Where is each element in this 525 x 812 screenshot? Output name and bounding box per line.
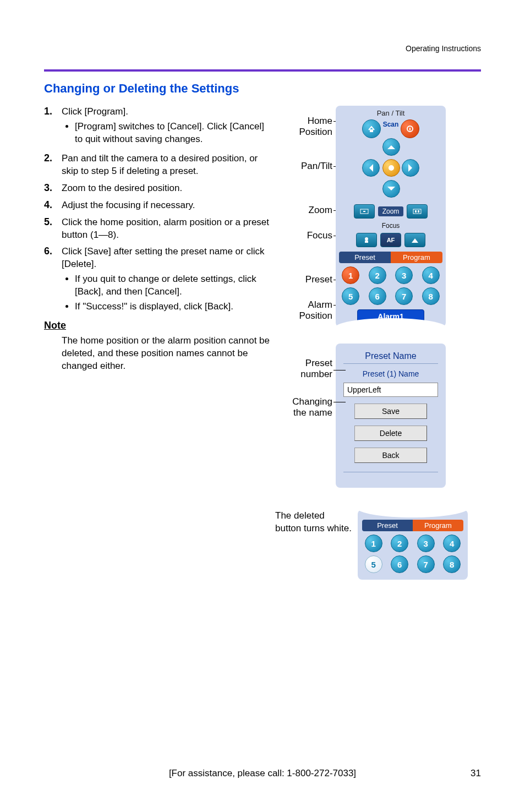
step-body: Click the home position, alarm position … bbox=[62, 216, 270, 242]
delete-button[interactable]: Delete bbox=[354, 426, 427, 441]
step-item: 2.Pan and tilt the camera to a desired p… bbox=[44, 152, 270, 178]
step-body: Zoom to the desired position. bbox=[62, 182, 182, 195]
save-button[interactable]: Save bbox=[354, 404, 427, 419]
note-body: The home position or the alarm position … bbox=[62, 335, 270, 373]
step-item: 1.Click [Program].[Program] switches to … bbox=[44, 106, 270, 148]
autofocus-button[interactable]: AF bbox=[380, 233, 401, 247]
step-sub-item: [Program] switches to [Cancel]. Click [C… bbox=[75, 121, 270, 146]
preset-button-1[interactable]: 1 bbox=[365, 535, 382, 552]
preset-button-6[interactable]: 6 bbox=[369, 287, 386, 305]
preset-tab[interactable]: Preset bbox=[339, 252, 391, 263]
callout-focus: Focus bbox=[307, 230, 332, 241]
preset-button-5[interactable]: 5 bbox=[365, 555, 382, 573]
section-title: Changing or Deleting the Settings bbox=[44, 81, 481, 96]
program-tab[interactable]: Program bbox=[413, 520, 463, 531]
focus-near-button[interactable] bbox=[356, 233, 377, 247]
zoom-label: Zoom bbox=[378, 206, 404, 216]
header-rule bbox=[44, 69, 481, 72]
note-heading: Note bbox=[44, 320, 270, 331]
svg-rect-7 bbox=[418, 210, 419, 212]
preset-button-8[interactable]: 8 bbox=[422, 287, 440, 305]
preset-button-7[interactable]: 7 bbox=[417, 555, 435, 573]
callout-zoom: Zoom bbox=[309, 205, 332, 216]
preset-button-3[interactable]: 3 bbox=[395, 266, 413, 284]
preset-grid-panel: Preset Program 12345678 bbox=[358, 510, 468, 580]
preset-button-4[interactable]: 4 bbox=[443, 535, 461, 552]
step-item: 6.Click [Save] after setting the preset … bbox=[44, 246, 270, 315]
panel-title: Pan / Tilt bbox=[339, 109, 442, 117]
callout-preset-number: Presetnumber bbox=[300, 358, 332, 379]
focus-far-button[interactable] bbox=[404, 233, 425, 247]
tilt-up-button[interactable] bbox=[382, 138, 400, 156]
zoom-out-button[interactable] bbox=[354, 204, 375, 219]
preset-button-2[interactable]: 2 bbox=[391, 535, 408, 552]
step-number: 3. bbox=[44, 182, 62, 195]
callout-home-position: HomePosition bbox=[299, 116, 332, 137]
svg-rect-6 bbox=[415, 210, 417, 212]
preset-number-label: Preset (1) Name bbox=[343, 369, 438, 378]
step-body: Adjust the focusing if necessary. bbox=[62, 199, 195, 212]
back-button[interactable]: Back bbox=[354, 448, 427, 463]
program-tab[interactable]: Program bbox=[391, 252, 442, 263]
step-number: 4. bbox=[44, 199, 62, 212]
preset-button-6[interactable]: 6 bbox=[391, 555, 408, 573]
step-body: Pan and tilt the camera to a desired pos… bbox=[62, 152, 270, 178]
pan-left-button[interactable] bbox=[362, 159, 380, 177]
step-item: 4.Adjust the focusing if necessary. bbox=[44, 199, 270, 212]
pantilt-panel: Pan / Tilt Scan bbox=[336, 106, 446, 327]
svg-point-8 bbox=[365, 237, 368, 241]
footer-assistance: [For assistance, please call: 1-800-272-… bbox=[0, 768, 525, 779]
step-number: 1. bbox=[44, 106, 62, 148]
callout-changing-name: Changingthe name bbox=[292, 396, 332, 418]
step-item: 5.Click the home position, alarm positio… bbox=[44, 216, 270, 242]
deleted-button-caption: The deleted button turns white. bbox=[275, 510, 352, 535]
preset-tab[interactable]: Preset bbox=[362, 520, 413, 531]
svg-marker-10 bbox=[412, 238, 418, 243]
svg-rect-4 bbox=[363, 211, 365, 212]
step-number: 6. bbox=[44, 246, 62, 315]
preset-button-4[interactable]: 4 bbox=[422, 266, 440, 284]
step-number: 2. bbox=[44, 152, 62, 178]
tilt-down-button[interactable] bbox=[382, 180, 400, 198]
scan-button[interactable] bbox=[401, 119, 419, 138]
preset-name-input[interactable] bbox=[343, 383, 438, 397]
svg-rect-5 bbox=[413, 209, 421, 214]
preset-button-5[interactable]: 5 bbox=[342, 287, 359, 305]
preset-button-7[interactable]: 7 bbox=[395, 287, 413, 305]
zoom-in-button[interactable] bbox=[407, 204, 428, 219]
step-sub-item: If you quit to change or delete settings… bbox=[75, 273, 270, 298]
preset-button-8[interactable]: 8 bbox=[443, 555, 461, 573]
home-position-button[interactable] bbox=[362, 119, 381, 138]
focus-section-label: Focus bbox=[339, 222, 442, 230]
preset-button-1[interactable]: 1 bbox=[342, 266, 359, 284]
pan-right-button[interactable] bbox=[402, 159, 419, 177]
step-sub-item: If "Success!" is displayed, click [Back]… bbox=[75, 301, 270, 313]
svg-rect-9 bbox=[365, 241, 368, 243]
page-number: 31 bbox=[471, 768, 481, 779]
callout-preset: Preset bbox=[305, 274, 332, 285]
step-number: 5. bbox=[44, 216, 62, 242]
header-doc-label: Operating Instructions bbox=[406, 44, 481, 53]
callout-pantilt: Pan/Tilt bbox=[301, 161, 332, 172]
callout-alarm-position: AlarmPosition bbox=[299, 299, 332, 321]
preset-button-2[interactable]: 2 bbox=[369, 266, 386, 284]
preset-name-panel: Preset Name Preset (1) Name Save Delete … bbox=[336, 344, 446, 488]
step-body: Click [Program].[Program] switches to [C… bbox=[62, 106, 270, 148]
preset-name-title: Preset Name bbox=[343, 351, 438, 361]
preset-button-3[interactable]: 3 bbox=[417, 535, 435, 552]
center-button[interactable] bbox=[382, 159, 400, 177]
step-body: Click [Save] after setting the preset na… bbox=[62, 246, 270, 315]
step-item: 3.Zoom to the desired position. bbox=[44, 182, 270, 195]
svg-rect-2 bbox=[409, 128, 411, 130]
svg-rect-0 bbox=[370, 129, 373, 132]
